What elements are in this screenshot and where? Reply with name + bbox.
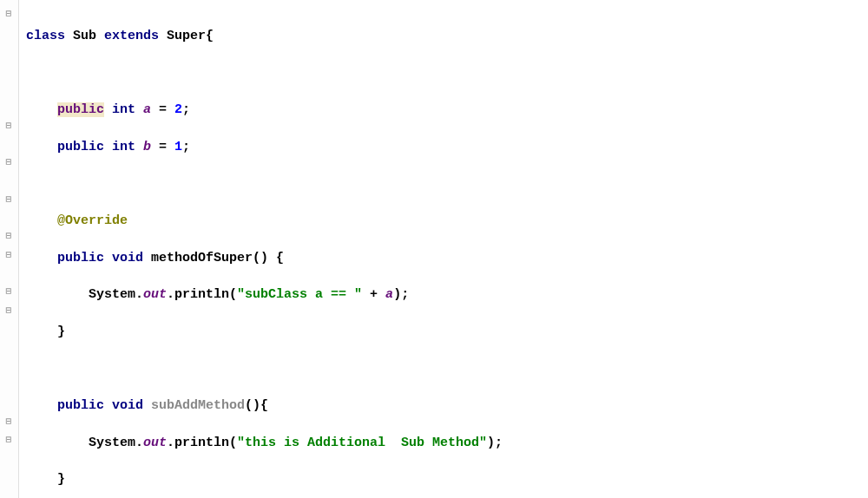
code-editor[interactable]: class Sub extends Super{ public int a = … [19,0,868,498]
code-line [26,360,868,378]
fold-marker-icon[interactable]: ⊟ [3,286,14,297]
fold-marker-icon[interactable]: ⊟ [3,157,14,167]
fold-marker-icon[interactable]: ⊟ [3,305,14,316]
code-line [26,175,868,193]
code-line: @Override [26,212,868,230]
code-line: } [26,323,868,341]
fold-marker-icon[interactable]: ⊟ [3,435,14,445]
code-line: public int a = 2; [26,101,868,119]
fold-marker-icon[interactable]: ⊟ [3,194,14,205]
fold-marker-icon[interactable]: ⊟ [3,9,14,19]
fold-marker-icon[interactable]: ⊟ [3,121,14,131]
code-line: public void subAddMethod(){ [26,396,868,415]
fold-marker-icon[interactable]: ⊟ [3,250,14,260]
fold-marker-icon[interactable]: ⊟ [3,416,14,427]
code-line: public void methodOfSuper() { [26,249,868,267]
gutter: ⊟ ⊟ ⊟ ⊟ ⊟ ⊟ ⊟ ⊟ ⊟ ⊟ [0,0,19,498]
code-line: } [26,470,868,488]
code-line [26,64,868,82]
code-line: System.out.println("subClass a == " + a)… [26,285,868,304]
code-line: public int b = 1; [26,138,868,156]
code-line: class Sub extends Super{ [26,27,868,45]
fold-marker-icon[interactable]: ⊟ [3,231,14,241]
code-line: System.out.println("this is Additional S… [26,434,868,452]
